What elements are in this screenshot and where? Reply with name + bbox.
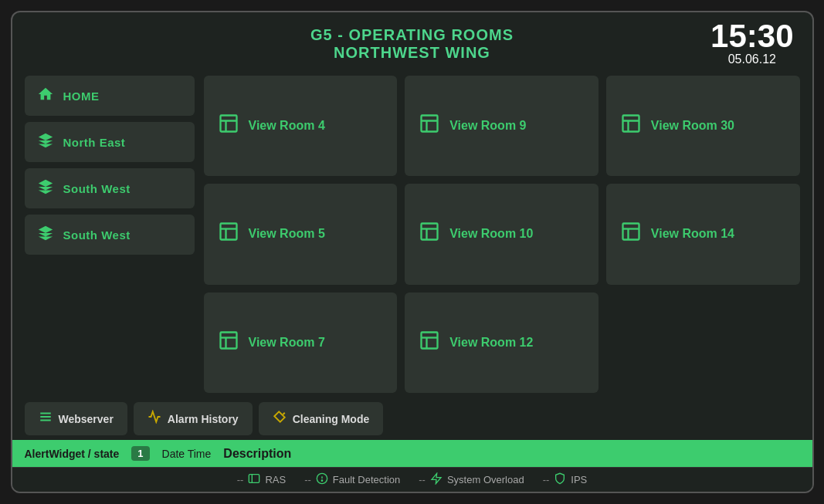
home-icon	[37, 86, 54, 107]
room-btn-4[interactable]: View Room 4	[204, 76, 398, 176]
sidebar-southwest2-label: South West	[63, 228, 131, 242]
svg-rect-15	[622, 224, 639, 240]
header-titles: G5 - OPERATING ROOMS NORTHWEST WING	[310, 26, 514, 62]
room14-label: View Room 14	[651, 227, 734, 241]
alert-datetime-label: Date Time	[162, 448, 212, 460]
webserver-icon	[39, 410, 53, 428]
overload-icon	[430, 472, 443, 487]
room-btn-14[interactable]: View Room 14	[606, 184, 800, 284]
svg-marker-34	[432, 473, 441, 483]
room14-icon	[620, 221, 642, 247]
room9-icon	[419, 113, 440, 139]
sidebar-item-home[interactable]: HOME	[25, 76, 195, 116]
room-btn-7[interactable]: View Room 7	[204, 293, 398, 393]
main-area: HOME North East South West South West	[12, 69, 812, 397]
room4-icon	[218, 113, 239, 139]
fault-dash: --	[304, 474, 311, 485]
room-empty	[606, 293, 800, 393]
bottom-toolbar: Webserver Alarm History Cleaning Mode	[12, 397, 812, 440]
alert-description-label: Description	[223, 447, 291, 461]
svg-rect-3	[422, 116, 438, 132]
ips-label: IPS	[571, 474, 587, 485]
status-bar: -- RAS -- Fault Detection -- System Over…	[12, 467, 812, 492]
alert-bar: AlertWidget / state 1 Date Time Descript…	[12, 440, 812, 467]
alarm-history-icon	[148, 410, 161, 428]
ras-dash: --	[237, 474, 244, 485]
clock-block: 15:30 05.06.12	[710, 20, 793, 66]
room7-label: View Room 7	[249, 336, 325, 350]
overload-dash: --	[419, 474, 426, 485]
room-btn-12[interactable]: View Room 12	[405, 293, 599, 393]
svg-point-33	[321, 480, 322, 481]
fault-icon	[316, 472, 328, 487]
alarm-history-label: Alarm History	[168, 413, 239, 425]
room10-icon	[419, 221, 440, 247]
svg-rect-0	[220, 116, 236, 132]
svg-marker-27	[274, 411, 285, 422]
svg-line-28	[283, 413, 284, 414]
southwest2-icon	[37, 225, 54, 245]
alert-badge: 1	[131, 446, 149, 461]
room-grid: View Room 4 View Room 9 View Room 30 Vie	[204, 76, 800, 393]
header-title-sub: NORTHWEST WING	[310, 44, 514, 62]
cleaning-mode-button[interactable]: Cleaning Mode	[259, 402, 384, 435]
room-btn-30[interactable]: View Room 30	[606, 76, 800, 176]
webserver-button[interactable]: Webserver	[25, 402, 127, 435]
ras-label: RAS	[265, 474, 286, 485]
northeast-icon	[37, 132, 54, 153]
southwest1-icon	[37, 178, 54, 199]
status-ras: -- RAS	[237, 472, 286, 487]
overload-label: System Overload	[447, 474, 524, 485]
svg-rect-12	[422, 224, 438, 240]
header: G5 - OPERATING ROOMS NORTHWEST WING 15:3…	[12, 12, 812, 69]
room4-label: View Room 4	[249, 119, 325, 133]
clock-time: 15:30	[710, 20, 793, 52]
room5-icon	[218, 221, 239, 247]
room12-label: View Room 12	[449, 336, 533, 350]
ras-icon	[248, 472, 260, 487]
svg-rect-9	[220, 224, 236, 240]
status-ips: -- IPS	[543, 472, 588, 487]
clock-date: 05.06.12	[710, 52, 793, 66]
room7-icon	[218, 330, 239, 356]
sidebar-northeast-label: North East	[63, 136, 126, 149]
alert-state-label: AlertWidget / state	[25, 448, 120, 460]
ips-icon	[554, 472, 566, 487]
alarm-history-button[interactable]: Alarm History	[134, 402, 253, 435]
header-title-main: G5 - OPERATING ROOMS	[310, 26, 514, 44]
sidebar: HOME North East South West South West	[25, 76, 195, 393]
sidebar-item-northeast[interactable]: North East	[25, 122, 195, 162]
room12-icon	[419, 330, 440, 356]
ips-dash: --	[543, 474, 550, 485]
room-btn-9[interactable]: View Room 9	[405, 76, 599, 176]
room30-icon	[620, 113, 642, 139]
svg-rect-21	[422, 332, 438, 348]
status-overload: -- System Overload	[419, 472, 524, 487]
room9-label: View Room 9	[449, 119, 526, 133]
fault-label: Fault Detection	[333, 474, 400, 485]
room-btn-5[interactable]: View Room 5	[204, 184, 398, 284]
svg-rect-18	[220, 332, 236, 348]
room10-label: View Room 10	[449, 227, 533, 241]
svg-rect-6	[622, 116, 639, 132]
sidebar-item-southwest2[interactable]: South West	[25, 215, 195, 255]
sidebar-item-southwest1[interactable]: South West	[25, 168, 195, 208]
webserver-label: Webserver	[59, 413, 114, 425]
svg-rect-29	[249, 475, 259, 483]
room-btn-10[interactable]: View Room 10	[405, 184, 599, 284]
sidebar-home-label: HOME	[63, 90, 100, 103]
room5-label: View Room 5	[249, 227, 325, 241]
room30-label: View Room 30	[651, 119, 734, 133]
cleaning-mode-icon	[273, 410, 287, 428]
cleaning-mode-label: Cleaning Mode	[293, 413, 370, 425]
main-screen: G5 - OPERATING ROOMS NORTHWEST WING 15:3…	[11, 11, 814, 493]
sidebar-southwest1-label: South West	[63, 182, 131, 195]
status-fault: -- Fault Detection	[304, 472, 400, 487]
